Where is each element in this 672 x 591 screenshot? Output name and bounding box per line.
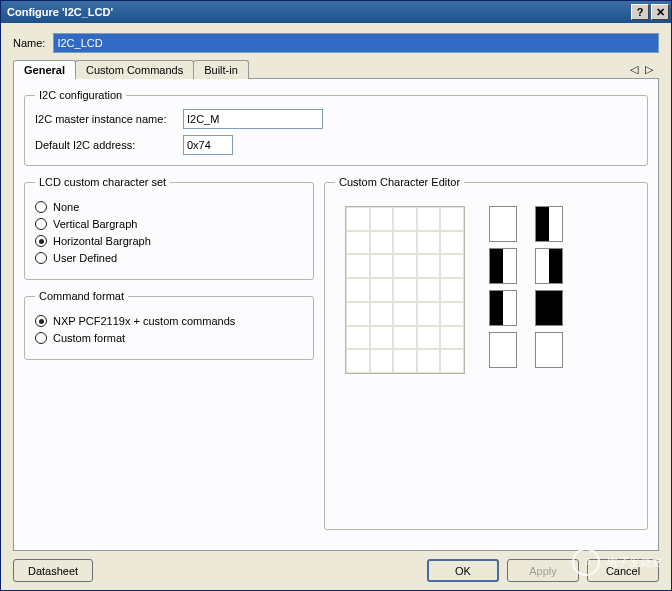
help-button[interactable]: ? <box>631 4 649 20</box>
titlebar: Configure 'I2C_LCD' ? ✕ <box>1 1 671 23</box>
ok-button[interactable]: OK <box>427 559 499 582</box>
legend-charset: LCD custom character set <box>35 176 170 188</box>
tab-builtin[interactable]: Built-in <box>193 60 249 79</box>
char-preview-8[interactable] <box>535 332 563 368</box>
tab-general[interactable]: General <box>13 60 76 79</box>
close-button[interactable]: ✕ <box>651 4 669 20</box>
watermark-icon: ✧ <box>572 548 600 576</box>
tabstrip: General Custom Commands Built-in ◁ ▷ <box>13 60 659 79</box>
char-grid[interactable] <box>345 206 465 374</box>
addr-input[interactable] <box>183 135 233 155</box>
legend-i2c: I2C configuration <box>35 89 126 101</box>
tab-custom-commands[interactable]: Custom Commands <box>75 60 194 79</box>
name-row: Name: <box>13 33 659 53</box>
group-editor: Custom Character Editor <box>324 176 648 530</box>
name-input[interactable] <box>53 33 659 53</box>
window-title: Configure 'I2C_LCD' <box>7 6 113 18</box>
group-charset: LCD custom character set None Vertical B… <box>24 176 314 280</box>
group-cmdformat: Command format NXP PCF2119x + custom com… <box>24 290 314 360</box>
dialog-footer: Datasheet OK Apply Cancel <box>13 551 659 582</box>
char-preview-3[interactable] <box>489 248 517 284</box>
apply-button: Apply <box>507 559 579 582</box>
char-preview-6[interactable] <box>535 290 563 326</box>
radio-vbar[interactable]: Vertical Bargraph <box>35 218 303 230</box>
char-preview-1[interactable] <box>489 206 517 242</box>
addr-label: Default I2C address: <box>35 139 175 151</box>
radio-user[interactable]: User Defined <box>35 252 303 264</box>
watermark: ✧ 电子发烧友 <box>572 548 661 576</box>
char-preview-2[interactable] <box>535 206 563 242</box>
radio-custom[interactable]: Custom format <box>35 332 303 344</box>
datasheet-button[interactable]: Datasheet <box>13 559 93 582</box>
dialog-content: Name: General Custom Commands Built-in ◁… <box>1 23 671 590</box>
radio-nxp[interactable]: NXP PCF2119x + custom commands <box>35 315 303 327</box>
legend-editor: Custom Character Editor <box>335 176 464 188</box>
legend-cmdformat: Command format <box>35 290 128 302</box>
radio-hbar[interactable]: Horizontal Bargraph <box>35 235 303 247</box>
master-input[interactable] <box>183 109 323 129</box>
char-preview-7[interactable] <box>489 332 517 368</box>
char-previews <box>489 206 563 374</box>
dialog-window: Configure 'I2C_LCD' ? ✕ Name: General Cu… <box>0 0 672 591</box>
tab-page-general: I2C configuration I2C master instance na… <box>13 78 659 551</box>
radio-none[interactable]: None <box>35 201 303 213</box>
group-i2c-config: I2C configuration I2C master instance na… <box>24 89 648 166</box>
char-preview-5[interactable] <box>489 290 517 326</box>
char-preview-4[interactable] <box>535 248 563 284</box>
master-label: I2C master instance name: <box>35 113 175 125</box>
name-label: Name: <box>13 37 45 49</box>
tab-nav[interactable]: ◁ ▷ <box>630 60 659 79</box>
